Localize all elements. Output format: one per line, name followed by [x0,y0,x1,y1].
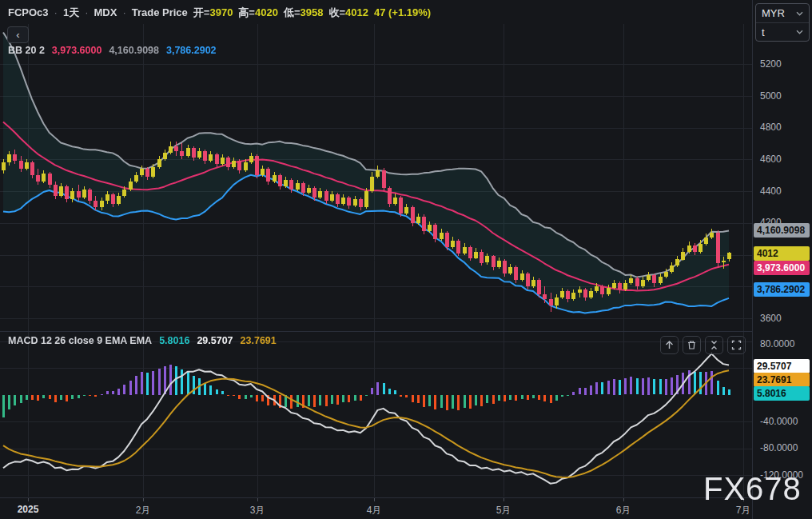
close-label: 收=4012 [328,6,368,20]
fx678-watermark: FX678 [703,473,802,505]
unit-value: t [762,26,765,38]
axis-tick-label: 80.0000 [760,338,794,349]
close-value: 4012 [345,6,368,18]
time-axis-tick [374,498,375,501]
price-macd-chart-canvas[interactable] [0,0,752,497]
currency-dropdown[interactable]: MYR [756,4,809,22]
axis-tick-label: 5000 [760,90,782,102]
macd-title: MACD 12 26 close 9 EMA EMA [8,335,152,346]
axis-tick-label: 4400 [760,186,782,197]
bb-lower-value: 3,786.2902 [166,45,217,56]
arrow-up-icon [664,340,675,350]
macd-signal-value: 23.7691 [241,335,277,346]
change-value: 47 (+1.19%) [374,6,431,18]
chevron-left-icon: ‹ [16,29,19,41]
separator: · [54,6,58,18]
bb-lower-badge: 3,786.2902 [754,282,810,297]
time-axis-label: 6月 [616,504,631,517]
high-value: 4020 [255,6,278,18]
macd-indicator-legend[interactable]: MACD 12 26 close 9 EMA EMA 5.8016 29.570… [8,335,277,346]
unit-dropdown[interactable]: t [756,22,809,41]
macd-line-value: 29.5707 [197,335,233,346]
interval-label[interactable]: 1天 [63,6,79,20]
symbol-header: FCPOc3 · 1天 · MDX · Trade Price 开=3970 高… [8,6,431,20]
bb-upper-badge: 4,160.9098 [754,223,810,238]
pane-separator[interactable] [0,331,812,332]
currency-unit-selector: MYR t [755,3,810,42]
collapse-pane-button[interactable] [705,336,723,354]
hist-value-badge: 5.8016 [754,386,810,401]
bb-indicator-legend[interactable]: BB 20 2 3,973.6000 4,160.9098 3,786.2902 [8,45,217,56]
symbol-name[interactable]: FCPOc3 [8,6,49,18]
time-axis[interactable]: 20252月3月4月5月6月7月 [0,497,812,519]
bb-upper-value: 4,160.9098 [109,45,159,56]
bb-basis-value: 3,973.6000 [52,45,102,56]
chevron-down-icon [796,30,803,34]
maximize-icon [731,340,742,350]
open-value: 3970 [209,6,233,18]
move-pane-up-button[interactable] [660,336,679,354]
series-type-label: Trade Price [132,6,188,18]
separator: · [122,6,125,18]
time-axis-tick [28,498,29,501]
macd-value-badge: 29.5707 [754,359,810,373]
trash-icon [687,340,697,350]
time-axis-label: 2025 [18,504,39,515]
low-value: 3958 [300,6,323,18]
time-axis-tick [257,498,258,501]
time-axis-tick [623,498,624,501]
low-label: 低=3958 [284,6,324,20]
time-axis-tick [504,498,504,501]
time-axis-label: 2月 [136,504,151,517]
time-axis-tick [143,498,144,501]
axis-tick-label: 5200 [760,58,782,70]
exchange-label: MDX [94,6,117,18]
signal-value-badge: 23.7691 [754,373,810,387]
axis-tick-label: 4600 [760,154,782,165]
chevron-down-icon [796,11,803,16]
bb-title: BB 20 2 [8,45,45,56]
maximize-pane-button[interactable] [727,336,746,354]
separator: · [85,6,88,18]
last-price-badge: 4012 [754,246,810,261]
macd-pane-toolbar [660,336,746,354]
trading-chart-app: FCPOc3 · 1天 · MDX · Trade Price 开=3970 高… [0,0,812,519]
macd-hist-value: 5.8016 [159,335,189,346]
time-axis-label: 5月 [496,504,511,517]
collapse-icon [709,340,719,350]
high-label: 高=4020 [238,6,278,20]
axis-tick-label: -40.0000 [760,416,798,427]
axis-tick-label: 4800 [760,122,782,133]
time-axis-label: 4月 [367,504,382,517]
open-label: 开=3970 [193,6,233,20]
currency-value: MYR [762,7,785,19]
bb-basis-badge: 3,973.6000 [754,261,810,275]
delete-pane-button[interactable] [683,336,701,354]
price-axis[interactable]: MYR t 520050004800460044004200360080.000… [752,0,812,519]
back-button[interactable]: ‹ [7,26,29,43]
axis-tick-label: 3600 [760,313,782,324]
time-axis-label: 3月 [250,504,265,517]
axis-tick-label: -80.0000 [760,442,798,453]
